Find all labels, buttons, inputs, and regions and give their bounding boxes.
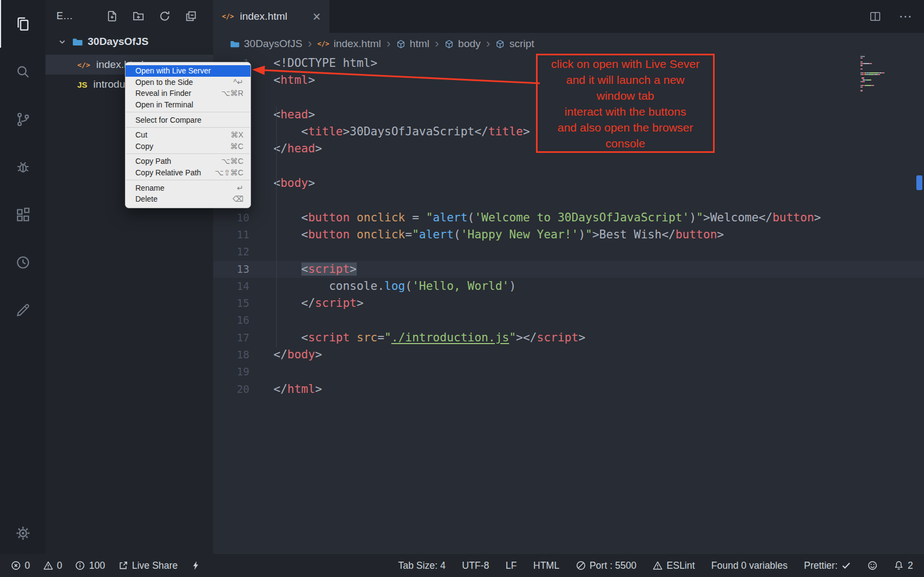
code-text: <script> [249,261,357,278]
code-line-11[interactable]: 11 <button onclick="alert('Happy New Yea… [213,226,924,243]
new-folder-icon[interactable] [133,10,144,22]
code-line-9[interactable]: 9 [213,192,924,209]
line-number[interactable]: 20 [213,381,249,398]
status-port-5500[interactable]: Port : 5500 [576,560,637,572]
overview-ruler-marker [916,175,922,190]
menu-item-select-for-compare[interactable]: Select for Compare [126,114,250,125]
line-number[interactable]: 17 [213,329,249,346]
tab-index-html[interactable]: </> index.html × [213,0,329,33]
code-line-8[interactable]: 8<body> [213,175,924,192]
edit-pen-icon[interactable] [0,286,45,334]
tab-label: index.html [240,10,288,22]
split-editor-icon[interactable] [869,10,881,22]
menu-item-copy-relative-path[interactable]: Copy Relative Path⌥⇧⌘C [126,167,250,179]
menu-item-label: Cut [135,130,225,139]
debug-icon[interactable] [0,143,45,191]
code-text: <body> [249,175,315,192]
status-smiley[interactable] [868,561,877,570]
code-text: console.log('Hello, World') [249,278,516,295]
extensions-icon[interactable] [0,191,45,238]
code-line-7[interactable]: 7 [213,158,924,175]
explorer-icon[interactable] [0,0,45,48]
status-2[interactable]: 2 [894,560,913,572]
status-label: Port : 5500 [590,560,637,572]
status-prettier[interactable]: Prettier: [804,560,851,572]
line-number[interactable]: 10 [213,209,249,226]
code-line-10[interactable]: 10 <button onclick = "alert('Welcome to … [213,209,924,226]
menu-separator [126,127,250,128]
code-line-19[interactable]: 19 [213,363,924,380]
menu-item-rename[interactable]: Rename↵ [126,182,250,193]
status-0[interactable]: 0 [43,560,62,572]
minimap-line [860,65,915,66]
status-label: Tab Size: 4 [398,560,446,572]
refresh-icon[interactable] [159,10,170,22]
menu-item-reveal-in-finder[interactable]: Reveal in Finder⌥⌘R [126,88,250,99]
status-utf-8[interactable]: UTF-8 [462,560,489,572]
breadcrumb-item-30daysofjs[interactable]: 30DaysOfJS [230,38,303,50]
breadcrumb-item-body[interactable]: body [444,38,481,50]
search-icon[interactable] [0,48,45,95]
menu-item-copy-path[interactable]: Copy Path⌥⌘C [126,156,250,167]
menu-item-label: Copy Path [135,157,216,165]
breadcrumb-separator: › [435,37,439,51]
collapse-all-icon[interactable] [185,10,197,22]
line-number[interactable]: 12 [213,243,249,260]
minimap[interactable] [860,56,915,92]
status-lf[interactable]: LF [506,560,517,572]
minimap-line [860,74,915,75]
line-number[interactable]: 16 [213,312,249,329]
code-text [249,363,273,380]
status-html[interactable]: HTML [533,560,560,572]
code-line-13[interactable]: 13 <script> [213,261,924,278]
line-number[interactable]: 19 [213,363,249,380]
html-file-icon: </> [222,13,234,20]
menu-item-open-with-live-server[interactable]: Open with Live Server [126,65,250,77]
close-icon[interactable]: × [312,10,321,24]
status-tab-size-4[interactable]: Tab Size: 4 [398,560,446,572]
code-line-12[interactable]: 12 [213,243,924,260]
status-found-0-variables[interactable]: Found 0 variables [711,560,788,572]
code-text [249,158,273,175]
more-actions-icon[interactable]: ⋯ [899,9,913,24]
code-text: <!DOCTYPE html> [249,55,378,72]
code-line-15[interactable]: 15 </script> [213,295,924,312]
source-control-icon[interactable] [0,95,45,143]
code-line-14[interactable]: 14 console.log('Hello, World') [213,278,924,295]
code-line-16[interactable]: 16 [213,312,924,329]
menu-item-cut[interactable]: Cut⌘X [126,129,250,141]
timeline-clock-icon[interactable] [0,238,45,286]
line-number[interactable]: 13 [213,261,249,278]
menu-item-delete[interactable]: Delete⌫ [126,193,250,205]
code-line-18[interactable]: 18</body> [213,346,924,363]
status-live-share[interactable]: Live Share [118,560,178,572]
menu-item-copy[interactable]: Copy⌘C [126,141,250,152]
warning-icon [653,561,663,570]
breadcrumb-item-script[interactable]: script [495,38,534,50]
status-label: HTML [533,560,560,572]
menu-item-open-to-the-side[interactable]: Open to the Side^↵ [126,77,250,88]
breadcrumb-item-html[interactable]: html [396,38,430,50]
folder-section-30daysofjs[interactable]: 30DaysOfJS [45,32,213,52]
settings-gear-icon[interactable] [0,512,45,554]
status-lightning[interactable] [191,561,201,570]
status-100[interactable]: 100 [75,560,105,572]
code-line-20[interactable]: 20</html> [213,381,924,398]
breadcrumb: 30DaysOfJS›</>index.html›html›body›scrip… [213,33,924,55]
activity-bar [0,0,45,554]
breadcrumb-item-index-html[interactable]: </>index.html [317,38,381,50]
status-eslint[interactable]: ESLint [653,560,695,572]
port-icon [576,561,586,570]
code-text: </head> [249,140,322,157]
line-number[interactable]: 15 [213,295,249,312]
menu-item-open-in-terminal[interactable]: Open in Terminal [126,99,250,111]
line-number[interactable]: 18 [213,346,249,363]
minimap-line [860,76,915,77]
code-line-17[interactable]: 17 <script src="./introduction.js"></scr… [213,329,924,346]
status-0[interactable]: 0 [11,560,30,572]
line-number[interactable]: 11 [213,226,249,243]
new-file-icon[interactable] [106,10,118,22]
menu-separator [126,153,250,154]
line-number[interactable]: 14 [213,278,249,295]
status-bar-right: Tab Size: 4UTF-8LFHTMLPort : 5500ESLintF… [398,560,913,572]
